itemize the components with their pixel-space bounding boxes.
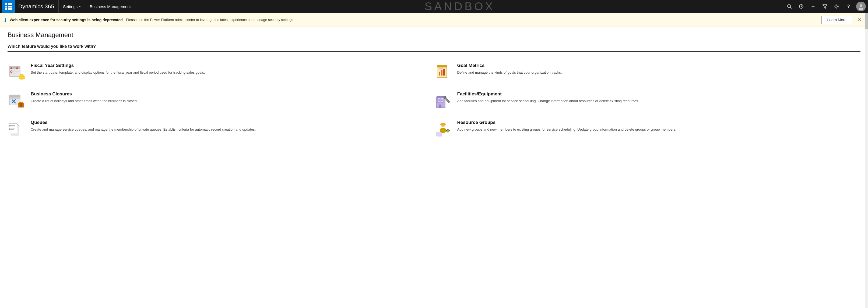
svg-rect-73 (439, 134, 441, 135)
svg-point-58 (9, 127, 10, 127)
goal-metrics-desc: Define and manage the kinds of goals tha… (457, 70, 854, 75)
svg-point-66 (446, 130, 447, 131)
avatar[interactable] (856, 2, 866, 11)
svg-rect-71 (439, 133, 441, 134)
svg-rect-10 (10, 67, 12, 69)
fiscal-year-settings-item[interactable]: Fiscal Year Settings Set the start date,… (7, 58, 434, 87)
banner-title: Web client experience for security setti… (10, 18, 123, 22)
svg-line-1 (790, 7, 792, 9)
svg-rect-72 (437, 134, 439, 135)
queues-text: Queues Create and manage service queues,… (31, 120, 428, 132)
svg-point-57 (9, 125, 10, 126)
sandbox-label: SANDBOX (135, 0, 784, 13)
resource-groups-title: Resource Groups (457, 120, 854, 125)
filter-icon[interactable] (819, 0, 830, 13)
business-closures-desc: Create a list of holidays and other time… (31, 98, 428, 104)
svg-rect-13 (10, 71, 12, 72)
help-icon[interactable]: ? (843, 0, 854, 13)
svg-rect-14 (13, 71, 14, 72)
svg-rect-33 (9, 95, 20, 98)
svg-rect-70 (437, 133, 439, 134)
gear-icon[interactable] (831, 0, 842, 13)
resource-groups-icon (434, 120, 453, 139)
goal-metrics-item[interactable]: Goal Metrics Define and manage the kinds… (434, 58, 861, 87)
business-closures-title: Business Closures (31, 91, 428, 97)
settings-label: Settings (63, 4, 78, 9)
goal-metrics-title: Goal Metrics (457, 63, 854, 68)
svg-point-24 (20, 74, 23, 75)
app-name: Dynamics 365 (15, 0, 59, 13)
goal-metrics-text: Goal Metrics Define and manage the kinds… (457, 63, 854, 75)
svg-rect-54 (10, 127, 15, 127)
waffle-button[interactable] (2, 0, 15, 13)
banner-description: Please use the Power Platform admin cent… (126, 18, 818, 22)
svg-point-65 (446, 129, 450, 133)
settings-menu[interactable]: Settings ▾ (59, 0, 85, 13)
svg-rect-17 (10, 73, 12, 74)
svg-rect-16 (18, 71, 20, 72)
svg-rect-18 (13, 73, 14, 74)
business-closures-item[interactable]: Business Closures Create a list of holid… (7, 87, 434, 115)
svg-rect-44 (441, 98, 443, 100)
scroll-thumb[interactable] (865, 13, 868, 29)
section-name: Business Management (85, 0, 135, 13)
svg-point-4 (836, 6, 838, 7)
queues-item[interactable]: Queues Create and manage service queues,… (7, 115, 434, 143)
info-icon: ℹ (4, 17, 6, 23)
svg-rect-31 (439, 70, 442, 70)
resource-groups-item[interactable]: Resource Groups Add new groups and new m… (434, 115, 861, 143)
svg-rect-26 (437, 65, 447, 67)
business-closures-icon (7, 91, 26, 110)
facilities-equipment-icon (434, 91, 453, 110)
svg-rect-45 (438, 101, 440, 102)
facilities-equipment-title: Facilities/Equipment (457, 91, 854, 97)
svg-marker-3 (823, 5, 827, 8)
items-grid: Fiscal Year Settings Set the start date,… (7, 58, 861, 143)
svg-point-6 (860, 4, 862, 7)
svg-rect-28 (441, 70, 442, 75)
add-icon[interactable]: + (808, 0, 818, 13)
search-icon[interactable] (784, 0, 795, 13)
scrollbar[interactable] (865, 13, 868, 151)
chevron-down-icon: ▾ (79, 5, 81, 8)
facilities-equipment-text: Facilities/Equipment Add facilities and … (457, 91, 854, 104)
svg-rect-55 (10, 128, 16, 129)
queues-desc: Create and manage service queues, and ma… (31, 127, 428, 132)
business-closures-text: Business Closures Create a list of holid… (31, 91, 428, 104)
svg-point-60 (9, 129, 10, 130)
queues-title: Queues (31, 120, 428, 125)
goal-metrics-icon (434, 63, 453, 82)
learn-more-button[interactable]: Learn More (822, 16, 852, 24)
history-icon[interactable] (796, 0, 807, 13)
svg-rect-47 (439, 105, 441, 108)
resource-groups-desc: Add new groups and new members to existi… (457, 127, 854, 132)
nav-icon-group: + ? (784, 0, 866, 13)
section-question: Which feature would you like to work wit… (7, 44, 861, 52)
queues-icon (7, 120, 26, 139)
page-title: Business Management (7, 31, 861, 39)
svg-rect-11 (17, 67, 18, 69)
resource-groups-text: Resource Groups Add new groups and new m… (457, 120, 854, 132)
fiscal-year-desc: Set the start date, template, and displa… (31, 70, 428, 75)
facilities-equipment-item[interactable]: Facilities/Equipment Add facilities and … (434, 87, 861, 115)
svg-rect-46 (441, 101, 443, 102)
facilities-equipment-desc: Add facilities and equipment for service… (457, 98, 854, 104)
svg-rect-27 (439, 72, 440, 75)
notification-banner: ℹ Web client experience for security set… (0, 13, 868, 27)
page-content: Business Management Which feature would … (0, 27, 868, 151)
svg-rect-53 (10, 125, 16, 126)
svg-rect-30 (439, 69, 443, 69)
svg-rect-15 (16, 71, 17, 72)
fiscal-year-title: Fiscal Year Settings (31, 63, 428, 68)
fiscal-year-icon (7, 63, 26, 82)
svg-rect-56 (10, 129, 14, 130)
top-navigation: Dynamics 365 Settings ▾ Business Managem… (0, 0, 868, 13)
svg-rect-63 (440, 124, 446, 125)
svg-rect-29 (443, 69, 445, 75)
svg-point-59 (9, 128, 10, 129)
svg-rect-43 (438, 98, 440, 100)
fiscal-year-text: Fiscal Year Settings Set the start date,… (31, 63, 428, 75)
close-banner-button[interactable]: ✕ (855, 17, 864, 23)
